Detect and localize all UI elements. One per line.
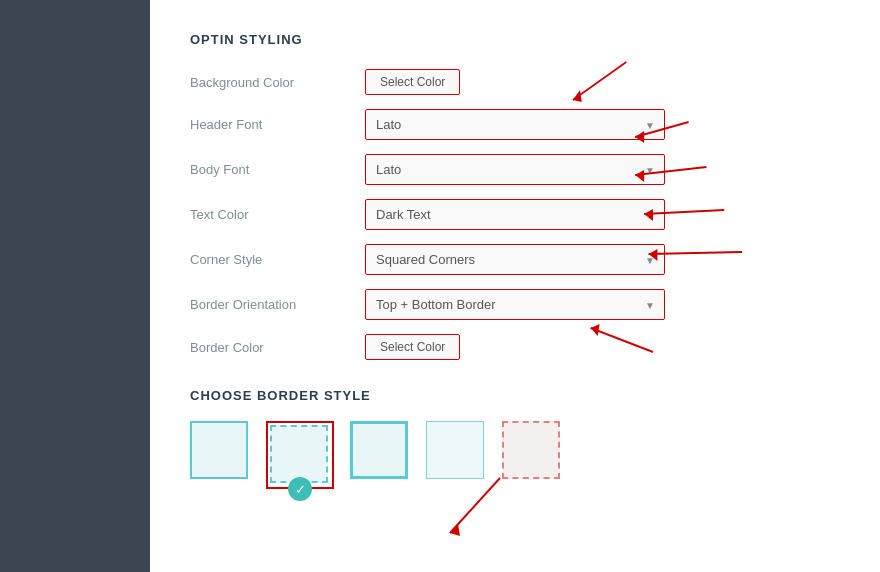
form-row-header-font: Header Font Lato Arial Georgia ▼ xyxy=(190,109,840,140)
border-preview-solid-thin2 xyxy=(426,421,484,479)
label-border-color: Border Color xyxy=(190,340,365,355)
form-row-text-color: Text Color Dark Text Light Text ▼ xyxy=(190,199,840,230)
background-color-control: Select Color xyxy=(365,69,665,95)
border-option-dashed-red[interactable] xyxy=(502,421,562,481)
form-row-background-color: Background Color Select Color xyxy=(190,69,840,95)
border-orientation-control: Top + Bottom Border Full Border No Borde… xyxy=(365,289,665,320)
header-font-select[interactable]: Lato Arial Georgia xyxy=(365,109,665,140)
svg-marker-13 xyxy=(450,524,460,536)
label-corner-style: Corner Style xyxy=(190,252,365,267)
label-body-font: Body Font xyxy=(190,162,365,177)
body-font-select[interactable]: Lato Arial Georgia xyxy=(365,154,665,185)
form-area: OPTIN STYLING Background Color Select Co… xyxy=(190,32,840,360)
border-box-dashed xyxy=(270,425,330,485)
border-option-dashed[interactable]: ✓ xyxy=(266,421,334,489)
selected-check-badge: ✓ xyxy=(288,477,312,501)
border-orientation-select[interactable]: Top + Bottom Border Full Border No Borde… xyxy=(365,289,665,320)
label-background-color: Background Color xyxy=(190,75,365,90)
border-box-solid-thin xyxy=(190,421,250,481)
main-content: OPTIN STYLING Background Color Select Co… xyxy=(150,0,880,572)
border-preview-dashed xyxy=(270,425,328,483)
border-option-solid-thin2[interactable] xyxy=(426,421,486,481)
border-color-btn[interactable]: Select Color xyxy=(365,334,460,360)
label-header-font: Header Font xyxy=(190,117,365,132)
border-preview-solid-thick xyxy=(350,421,408,479)
label-text-color: Text Color xyxy=(190,207,365,222)
border-options-list: ✓ xyxy=(190,421,840,489)
check-icon: ✓ xyxy=(295,482,306,497)
corner-style-control: Squared Corners Rounded Corners ▼ xyxy=(365,244,665,275)
body-font-control: Lato Arial Georgia ▼ xyxy=(365,154,665,185)
border-option-solid-thick[interactable] xyxy=(350,421,410,481)
form-row-corner-style: Corner Style Squared Corners Rounded Cor… xyxy=(190,244,840,275)
choose-border-style-title: CHOOSE BORDER STYLE xyxy=(190,388,840,403)
border-section: CHOOSE BORDER STYLE ✓ xyxy=(190,388,840,489)
header-font-control: Lato Arial Georgia ▼ xyxy=(365,109,665,140)
border-preview-solid-thin xyxy=(190,421,248,479)
optin-styling-title: OPTIN STYLING xyxy=(190,32,840,47)
border-box-dashed-red xyxy=(502,421,562,481)
border-option-solid-thin[interactable] xyxy=(190,421,250,481)
border-box-solid-thick xyxy=(350,421,410,481)
form-row-border-color: Border Color Select Color xyxy=(190,334,840,360)
border-box-solid-thin2 xyxy=(426,421,486,481)
corner-style-select[interactable]: Squared Corners Rounded Corners xyxy=(365,244,665,275)
sidebar xyxy=(0,0,150,572)
form-row-body-font: Body Font Lato Arial Georgia ▼ xyxy=(190,154,840,185)
label-border-orientation: Border Orientation xyxy=(190,297,365,312)
border-color-control: Select Color xyxy=(365,334,665,360)
text-color-select[interactable]: Dark Text Light Text xyxy=(365,199,665,230)
border-preview-dashed-red xyxy=(502,421,560,479)
background-color-btn[interactable]: Select Color xyxy=(365,69,460,95)
form-row-border-orientation: Border Orientation Top + Bottom Border F… xyxy=(190,289,840,320)
text-color-control: Dark Text Light Text ▼ xyxy=(365,199,665,230)
